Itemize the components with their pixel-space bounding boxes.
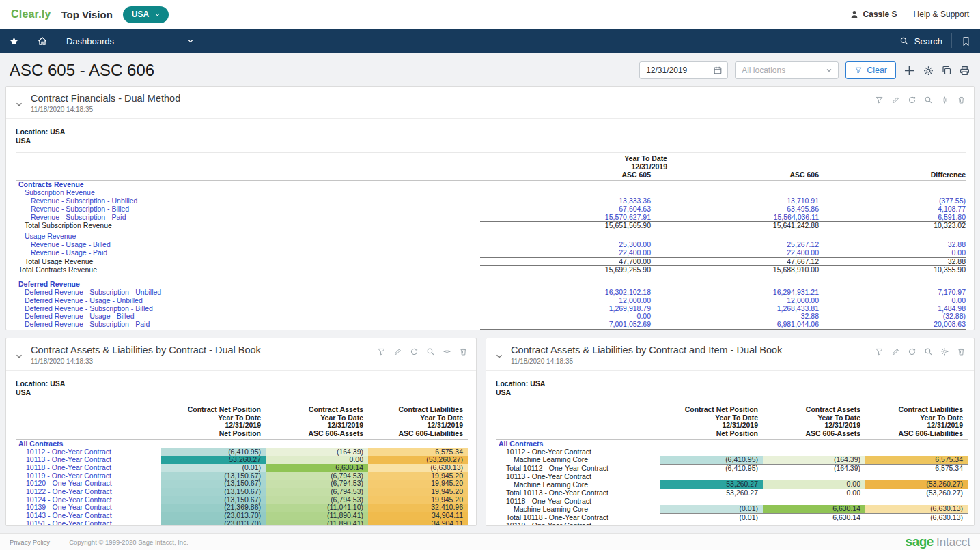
- clearly-logo[interactable]: Clear.ly: [11, 8, 51, 20]
- report-value[interactable]: 6,591.80: [819, 214, 966, 222]
- contract-value-cell: 53,260.27: [660, 480, 763, 489]
- report-value[interactable]: (377.55): [819, 197, 966, 205]
- report-value[interactable]: 1,269,918.79: [480, 305, 651, 313]
- delete-icon[interactable]: [957, 96, 966, 104]
- report-row-label: Total Deferred Revenue: [16, 329, 480, 330]
- filter-icon[interactable]: [875, 96, 884, 104]
- report-value[interactable]: 7,001,052.69: [480, 321, 651, 329]
- delete-icon[interactable]: [957, 347, 966, 356]
- filter-icon[interactable]: [377, 347, 386, 356]
- report-value: 15,688,910.00: [651, 266, 819, 274]
- report-row-label[interactable]: Revenue - Subscription - Billed: [16, 205, 480, 214]
- contract-row-label[interactable]: 10122 - One-Year Contract: [16, 488, 161, 496]
- help-support-link[interactable]: Help & Support: [914, 10, 969, 19]
- delete-icon[interactable]: [459, 347, 468, 356]
- report-row-label[interactable]: Revenue - Subscription - Unbilled: [16, 197, 480, 205]
- report-value[interactable]: 16,294,931.21: [651, 289, 819, 297]
- locations-placeholder: All locations: [742, 66, 785, 75]
- report-value[interactable]: 12,000.00: [651, 297, 819, 305]
- report-row-label[interactable]: Deferred Revenue - Usage - Billed: [16, 313, 480, 321]
- refresh-icon[interactable]: [410, 347, 419, 356]
- contract-row-label[interactable]: All Contracts: [496, 439, 660, 448]
- report-value[interactable]: 13,710.91: [651, 197, 819, 205]
- contract-financials-table: Year To Date 12/31/2019 ASC 605 ASC 606 …: [16, 152, 966, 330]
- zoom-icon[interactable]: [924, 96, 933, 104]
- report-value[interactable]: 6,981,044.06: [651, 321, 819, 329]
- zoom-icon[interactable]: [924, 347, 933, 356]
- report-value[interactable]: 1,268,433.81: [651, 305, 819, 313]
- calendar-icon: [713, 66, 723, 75]
- contract-row-label[interactable]: 10118 - One-Year Contract: [16, 464, 161, 472]
- report-value[interactable]: 22,400.00: [480, 249, 651, 257]
- report-value[interactable]: 25,300.00: [480, 241, 651, 249]
- table-row: 10118 - One-Year Contract(0.01)6,630.14(…: [16, 464, 468, 472]
- report-value[interactable]: 12,000.00: [480, 297, 651, 305]
- locations-select[interactable]: All locations: [735, 61, 839, 79]
- report-value[interactable]: 0.00: [819, 249, 966, 257]
- contract-value-cell: (6,794.53): [266, 488, 368, 496]
- label-column-header: [16, 153, 480, 181]
- report-row-label[interactable]: Deferred Revenue - Usage - Unbilled: [16, 297, 480, 305]
- report-row-label[interactable]: Revenue - Usage - Billed: [16, 241, 480, 249]
- clear-label: Clear: [867, 66, 887, 75]
- home-button[interactable]: [28, 29, 57, 53]
- label-column-header: [16, 404, 161, 439]
- report-row-label[interactable]: Revenue - Usage - Paid: [16, 249, 480, 257]
- contract-row-label[interactable]: 10151 - One-Year Contract: [16, 520, 161, 526]
- settings-icon[interactable]: [940, 96, 949, 104]
- report-value[interactable]: 32.88: [819, 241, 966, 249]
- report-value[interactable]: 67,604.63: [480, 205, 651, 214]
- entity-label: USA: [132, 10, 149, 19]
- clear-filters-button[interactable]: Clear: [845, 61, 896, 79]
- report-value[interactable]: 15,570,627.91: [480, 214, 651, 222]
- collapse-panel-icon[interactable]: [14, 347, 24, 365]
- add-component-button[interactable]: [903, 64, 916, 77]
- print-button[interactable]: [959, 65, 970, 76]
- report-row-label[interactable]: Deferred Revenue - Subscription - Paid: [16, 321, 480, 329]
- report-row-label[interactable]: Revenue - Subscription - Paid: [16, 214, 480, 222]
- edit-icon[interactable]: [393, 347, 402, 356]
- dashboard-settings-button[interactable]: [923, 65, 934, 76]
- table-row: Deferred Revenue - Subscription - Paid7,…: [16, 321, 966, 329]
- edit-icon[interactable]: [891, 347, 900, 356]
- favorites-button[interactable]: [0, 29, 28, 53]
- report-value[interactable]: 20,008.63: [819, 321, 966, 329]
- report-row-label[interactable]: Deferred Revenue - Subscription - Unbill…: [16, 289, 480, 297]
- search-button[interactable]: Search: [891, 29, 951, 53]
- table-row: Total Contracts Revenue15,699,265.9015,6…: [16, 266, 966, 274]
- entity-selector[interactable]: USA: [123, 6, 169, 23]
- bookmark-button[interactable]: [952, 29, 980, 53]
- zoom-icon[interactable]: [426, 347, 435, 356]
- refresh-icon[interactable]: [908, 347, 916, 356]
- contract-value-cell: (23,013.70): [161, 520, 266, 526]
- contract-row-label[interactable]: All Contracts: [16, 439, 161, 448]
- report-value[interactable]: 15,564,036.11: [651, 214, 819, 222]
- copy-dashboard-button[interactable]: [941, 65, 952, 76]
- report-date-input[interactable]: 12/31/2019: [639, 61, 728, 79]
- settings-icon[interactable]: [443, 347, 451, 356]
- report-value[interactable]: 0.00: [819, 297, 966, 305]
- dashboards-menu[interactable]: Dashboards: [57, 29, 204, 53]
- settings-icon[interactable]: [940, 347, 949, 356]
- refresh-icon[interactable]: [908, 96, 916, 104]
- report-value[interactable]: 22,400.00: [651, 249, 819, 257]
- report-value[interactable]: 4,108.77: [819, 205, 966, 214]
- edit-icon[interactable]: [891, 96, 900, 104]
- report-row-label: Total Usage Revenue: [16, 257, 480, 266]
- report-value: 15,641,242.88: [651, 222, 819, 230]
- report-value[interactable]: 7,170.97: [819, 289, 966, 297]
- report-value[interactable]: 25,267.12: [651, 241, 819, 249]
- report-value[interactable]: 63,495.86: [651, 205, 819, 214]
- collapse-panel-icon[interactable]: [14, 96, 24, 113]
- collapse-panel-icon[interactable]: [494, 347, 504, 365]
- report-value[interactable]: 16,302,102.18: [480, 289, 651, 297]
- user-menu[interactable]: Cassie S: [850, 10, 897, 19]
- contract-row-label: Machine Learning Core: [496, 456, 660, 464]
- privacy-policy-link[interactable]: Privacy Policy: [10, 538, 50, 546]
- report-value[interactable]: 13,333.36: [480, 197, 651, 205]
- chevron-down-icon: [154, 11, 161, 18]
- report-row-label: Total Contracts Revenue: [16, 266, 480, 274]
- contract-value-cell: (6,630.13): [865, 505, 968, 513]
- filter-icon[interactable]: [875, 347, 884, 356]
- report-value: 32.88: [819, 257, 966, 266]
